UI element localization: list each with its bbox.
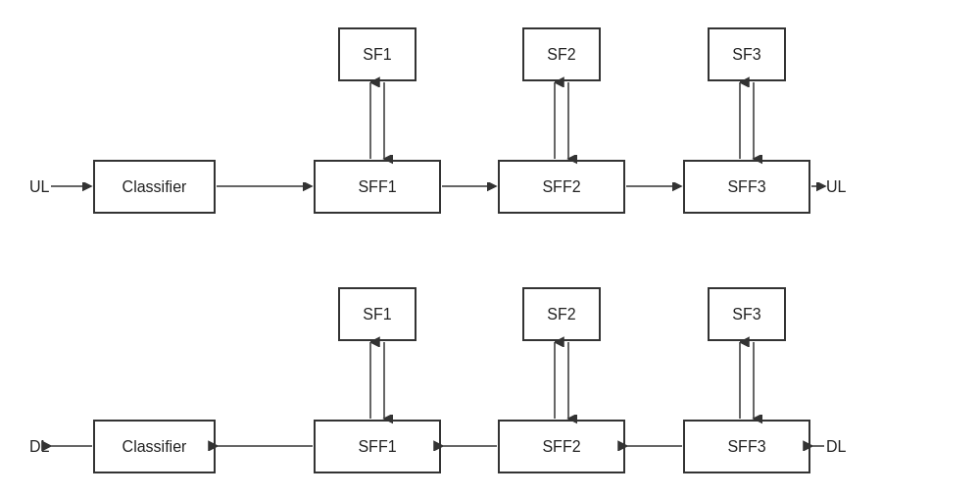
dl-label-left: DL [29, 438, 49, 456]
sf2-top: SF2 [522, 27, 601, 81]
sff1-bottom: SFF1 [314, 420, 441, 473]
sf1-bottom: SF1 [338, 287, 416, 341]
classifier-top: Classifier [93, 160, 216, 214]
sff2-top: SFF2 [498, 160, 625, 214]
sff3-bottom: SFF3 [683, 420, 810, 473]
sf1-top: SF1 [338, 27, 416, 81]
sff1-top: SFF1 [314, 160, 441, 214]
sf3-bottom: SF3 [708, 287, 786, 341]
diagram: SF1 SF2 SF3 Classifier SFF1 SFF2 SFF3 UL… [0, 0, 980, 497]
sff3-top: SFF3 [683, 160, 810, 214]
ul-label-right: UL [826, 178, 846, 196]
sff2-bottom: SFF2 [498, 420, 625, 473]
dl-label-right: DL [826, 438, 846, 456]
ul-label-left: UL [29, 178, 49, 196]
sf3-top: SF3 [708, 27, 786, 81]
sf2-bottom: SF2 [522, 287, 601, 341]
classifier-bottom: Classifier [93, 420, 216, 473]
